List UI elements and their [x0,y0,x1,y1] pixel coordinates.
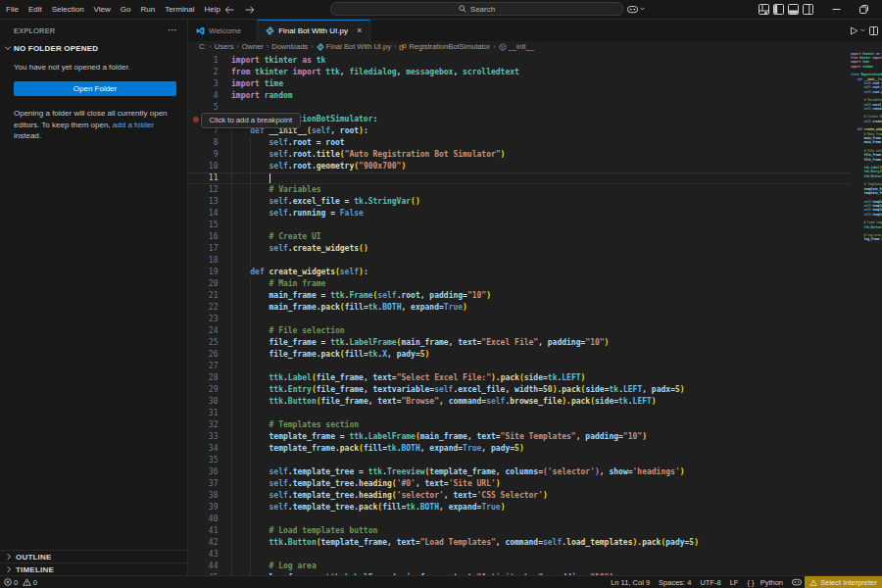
explorer-more-actions-icon[interactable]: ⋯ [168,26,177,34]
code-line: 13 self.excel_file = tk.StringVar() [188,196,851,208]
tab-final-bot-with-ui[interactable]: Final Bot With UI.py × [258,20,370,41]
menu-edit[interactable]: Edit [24,0,47,19]
split-editor-icon[interactable] [869,26,878,35]
breadcrumb-class[interactable]: RegistrationBotSimulator [399,42,490,51]
outline-section[interactable]: OUTLINE [0,550,187,563]
code-line: 28 ttk.Label(file_frame, text="Select Ex… [188,372,851,384]
copilot-button[interactable] [627,2,645,16]
code-line: 23 [188,314,851,325]
search-icon [459,5,466,13]
code-line: 19 def create_widgets(self): [188,267,851,278]
current-line-highlight [188,172,851,184]
copilot-status-icon[interactable] [792,578,802,586]
breadcrumb-method[interactable]: __init__ [499,42,534,51]
error-icon [4,578,12,586]
chevron-down-icon [640,7,645,11]
menu-run[interactable]: Run [135,0,160,19]
errors-status[interactable]: 0 [4,578,18,587]
symbol-method-icon [499,43,507,51]
code-line: 3import time [188,78,851,90]
no-folder-opened-section[interactable]: NO FOLDER OPENED [0,41,187,55]
code-line: 41 # Load templates button [188,525,851,537]
indentation-status[interactable]: Spaces: 4 [659,578,691,587]
code-line: 43 [188,549,851,561]
window-restore-icon[interactable] [857,0,871,19]
code-line: 5 [188,102,851,114]
code-line: 20 # Main frame [188,278,851,290]
breadcrumb-file[interactable]: Final Bot With UI.py [317,42,391,51]
code-line: 25 file_frame = ttk.LabelFrame(main_fram… [188,337,851,349]
breadcrumb-owner[interactable]: Owner [242,42,264,51]
toggle-primary-sidebar-icon[interactable] [771,0,786,19]
breakpoint-tooltip: Click to add a breakpoint [201,113,301,128]
breadcrumb-downloads[interactable]: Downloads [271,42,308,51]
code-line: 22 main_frame.pack(fill=tk.BOTH, expand=… [188,302,851,314]
code-line: 30 ttk.Button(file_frame, text="Browse",… [188,396,851,408]
code-line: 2from tkinter import ttk, filedialog, me… [188,67,851,78]
code-line: 26 file_frame.pack(fill=tk.X, pady=5) [188,349,851,361]
code-line: 27 [188,361,851,372]
menu-selection[interactable]: Selection [47,0,89,19]
status-bar: 0 0 Ln 11, Col 9 Spaces: 4 UTF-8 LF { } … [0,575,882,588]
eol-status[interactable]: LF [730,578,739,587]
encoding-status[interactable]: UTF-8 [700,578,720,587]
code-line: 21 main_frame = ttk.Frame(self.root, pad… [188,290,851,302]
menu-file[interactable]: File [1,0,24,19]
vscode-logo-icon [196,26,205,35]
warning-icon [23,578,31,586]
code-line: 39 self.template_tree.pack(fill=tk.BOTH,… [188,502,851,514]
menu-help[interactable]: Help [199,0,224,19]
menu-terminal[interactable]: Terminal [160,0,199,19]
code-line: 36 self.template_tree = ttk.Treeview(tem… [188,466,851,478]
nav-back-icon[interactable] [224,6,234,14]
breakpoint-dot[interactable] [193,117,199,122]
tab-close-icon[interactable]: × [357,26,362,35]
minimap[interactable]: import tkinter as tkfrom tkinter import … [851,52,882,575]
window-minimize-icon[interactable] [829,0,844,19]
code-line: 8 self.root = root [188,137,851,149]
vscode-window: File Edit Selection View Go Run Terminal… [0,0,882,588]
copilot-icon [627,5,638,14]
explorer-sidebar: EXPLORER ⋯ NO FOLDER OPENED You have not… [0,20,188,575]
no-folder-message: You have not yet opened a folder. [14,63,176,73]
run-python-file-icon[interactable] [850,26,865,35]
breadcrumb-drive[interactable]: C: [199,42,207,51]
code-line: 33 template_frame = ttk.LabelFrame(main_… [188,431,851,443]
open-folder-button[interactable]: Open Folder [14,81,176,96]
search-command-center[interactable]: Search [330,2,623,16]
chevron-down-icon [860,28,865,32]
code-line: 18 [188,255,851,267]
warnings-status[interactable]: 0 [23,578,37,587]
code-line: 12 # Variables [188,184,851,196]
menu-view[interactable]: View [89,0,116,19]
timeline-section[interactable]: TIMELINE [0,563,187,575]
code-line: 32 # Templates section [188,419,851,431]
tab-welcome[interactable]: Welcome [188,20,258,41]
customize-layout-icon[interactable] [757,0,771,19]
code-line: 17 self.create_widgets() [188,243,851,255]
code-line: 24 # File selection [188,325,851,337]
toggle-panel-icon[interactable] [786,0,801,19]
cursor-position-status[interactable]: Ln 11, Col 9 [611,578,650,587]
chevron-down-icon [4,44,12,52]
code-line: 29 ttk.Entry(file_frame, textvariable=se… [188,384,851,396]
toggle-secondary-sidebar-icon[interactable] [801,0,815,19]
search-placeholder: Search [470,5,495,14]
language-status[interactable]: { } Python [747,578,783,587]
symbol-class-icon [399,43,407,51]
warning-icon [809,579,817,586]
code-line: 34 template_frame.pack(fill=tk.BOTH, exp… [188,443,851,455]
code-line: 35 [188,455,851,466]
code-line: 15 [188,220,851,231]
add-folder-link[interactable]: add a folder [113,121,154,129]
select-interpreter-badge[interactable]: Select Interpreter [805,576,882,588]
code-line: 1import tkinter as tk [188,55,851,67]
explorer-title: EXPLORER [14,26,55,35]
nav-forward-icon[interactable] [245,6,255,14]
code-line: 37 self.template_tree.heading('#0', text… [188,478,851,490]
menu-go[interactable]: Go [116,0,136,19]
python-file-icon [317,43,324,51]
code-editor[interactable]: 1import tkinter as tk2from tkinter impor… [188,52,851,575]
code-line: 42 ttk.Button(template_frame, text="Load… [188,537,851,549]
breadcrumb-users[interactable]: Users [215,42,234,51]
